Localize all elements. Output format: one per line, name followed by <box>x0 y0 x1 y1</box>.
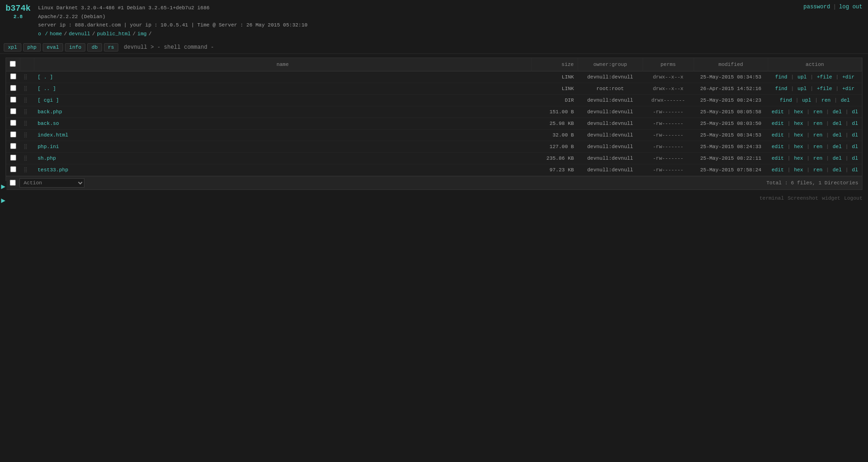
action-del-link[interactable]: del <box>833 144 842 150</box>
action-find-link[interactable]: find <box>775 74 787 80</box>
logout-link[interactable]: log out <box>839 4 862 10</box>
action-hex-link[interactable]: hex <box>794 156 803 161</box>
sort-handle-icon[interactable]: ⣿ <box>24 86 27 91</box>
select-all-checkbox[interactable] <box>10 61 16 67</box>
action-ren-link[interactable]: ren <box>813 121 823 126</box>
action-hex-link[interactable]: hex <box>794 132 803 138</box>
action-dl-link[interactable]: dl <box>852 132 858 138</box>
action-ren-link[interactable]: ren <box>813 109 823 115</box>
path-devnull[interactable]: devnull <box>69 30 90 39</box>
action-hex-link[interactable]: hex <box>794 167 803 173</box>
file-name-link[interactable]: back.so <box>38 121 59 126</box>
action-upl-link[interactable]: upl <box>797 86 807 91</box>
sort-handle-icon[interactable]: ⣿ <box>24 121 27 126</box>
action-upl-link[interactable]: upl <box>802 98 811 103</box>
action-upl-link[interactable]: upl <box>797 74 807 80</box>
file-name-link[interactable]: index.html <box>38 132 68 138</box>
sort-handle-icon[interactable]: ⣿ <box>24 144 27 150</box>
action-ren-link[interactable]: ren <box>822 98 831 103</box>
action-+file-link[interactable]: +file <box>817 74 832 80</box>
nav-eval[interactable]: eval <box>43 43 63 52</box>
file-name-link[interactable]: php.ini <box>38 144 59 150</box>
file-name-link[interactable]: sh.php <box>38 156 56 161</box>
footer-checkbox[interactable] <box>10 180 16 186</box>
path-public-html[interactable]: public_html <box>97 30 131 39</box>
action-del-link[interactable]: del <box>841 98 850 103</box>
file-name-link[interactable]: [ .. ] <box>38 86 56 91</box>
sort-handle-cell: ⣿ <box>20 152 34 164</box>
file-name-link[interactable]: [ cgi ] <box>38 98 59 103</box>
row-checkbox[interactable] <box>10 166 16 172</box>
password-link[interactable]: password <box>804 4 830 10</box>
action-+file-link[interactable]: +file <box>817 86 832 91</box>
row-checkbox-cell <box>6 94 20 106</box>
row-checkbox[interactable] <box>10 108 16 114</box>
bottom-widget[interactable]: widget <box>822 195 841 201</box>
action-ren-link[interactable]: ren <box>813 156 823 161</box>
bottom-logout[interactable]: Logout <box>844 195 862 201</box>
action-edit-link[interactable]: edit <box>772 156 784 161</box>
action-del-link[interactable]: del <box>833 167 842 173</box>
action-del-link[interactable]: del <box>833 156 842 161</box>
action-+dir-link[interactable]: +dir <box>842 74 854 80</box>
action-ren-link[interactable]: ren <box>813 132 823 138</box>
bottom-terminal[interactable]: terminal <box>759 195 784 201</box>
action-dl-link[interactable]: dl <box>852 167 858 173</box>
row-checkbox[interactable] <box>10 73 16 79</box>
server-info: Linux Darknet 3.2.0-4-486 #1 Debian 3.2.… <box>38 4 308 39</box>
file-name-cell: back.so <box>34 117 531 129</box>
side-arrow-top[interactable]: ► <box>0 181 6 193</box>
action-dl-link[interactable]: dl <box>852 144 858 150</box>
row-checkbox[interactable] <box>10 120 16 126</box>
action-del-link[interactable]: del <box>833 132 842 138</box>
sort-handle-icon[interactable]: ⣿ <box>24 156 27 161</box>
row-checkbox[interactable] <box>10 143 16 149</box>
file-name-cell: php.ini <box>34 141 531 152</box>
file-modified-cell: 26-Apr-2015 14:52:16 <box>694 83 768 94</box>
sort-handle-icon[interactable]: ⣿ <box>24 109 27 115</box>
nav-php[interactable]: php <box>23 43 41 52</box>
sort-handle-icon[interactable]: ⣿ <box>24 167 27 173</box>
action-dl-link[interactable]: dl <box>852 121 858 126</box>
action-edit-link[interactable]: edit <box>772 132 784 138</box>
file-name-link[interactable]: [ . ] <box>38 74 53 80</box>
action-hex-link[interactable]: hex <box>794 144 803 150</box>
action-edit-link[interactable]: edit <box>772 121 784 126</box>
row-checkbox[interactable] <box>10 97 16 103</box>
path-home[interactable]: home <box>50 30 62 39</box>
nav-db[interactable]: db <box>87 43 102 52</box>
action-hex-link[interactable]: hex <box>794 121 803 126</box>
bottom-screenshot[interactable]: Screenshot <box>788 195 818 201</box>
action-edit-link[interactable]: edit <box>772 167 784 173</box>
action-ren-link[interactable]: ren <box>813 167 823 173</box>
path-root[interactable]: / <box>45 30 48 39</box>
row-checkbox[interactable] <box>10 85 16 91</box>
nav-xpl[interactable]: xpl <box>4 43 21 52</box>
file-actions-cell: edit | hex | ren | del | dl <box>768 129 862 141</box>
action-dl-link[interactable]: dl <box>852 109 858 115</box>
action-edit-link[interactable]: edit <box>772 109 784 115</box>
sort-handle-icon[interactable]: ⣿ <box>24 132 27 138</box>
row-checkbox-cell <box>6 83 20 94</box>
action-del-link[interactable]: del <box>833 121 842 126</box>
action-edit-link[interactable]: edit <box>772 144 784 150</box>
action-dl-link[interactable]: dl <box>852 156 858 161</box>
action-ren-link[interactable]: ren <box>813 144 823 150</box>
action-find-link[interactable]: find <box>780 98 792 103</box>
sort-handle-icon[interactable]: ⣿ <box>24 98 27 103</box>
sort-handle-icon[interactable]: ⣿ <box>24 74 27 80</box>
row-checkbox[interactable] <box>10 131 16 137</box>
action-select[interactable]: Action Delete Move Copy Chmod <box>19 178 84 188</box>
nav-info[interactable]: info <box>65 43 85 52</box>
action-hex-link[interactable]: hex <box>794 109 803 115</box>
side-arrow-bot[interactable]: ► <box>0 195 6 207</box>
path-img[interactable]: img <box>137 30 147 39</box>
action-+dir-link[interactable]: +dir <box>842 86 854 91</box>
shell-label: devnull > - shell command - <box>124 44 214 51</box>
file-name-link[interactable]: test33.php <box>38 167 68 173</box>
action-find-link[interactable]: find <box>775 86 787 91</box>
nav-rs[interactable]: rs <box>104 43 118 52</box>
action-del-link[interactable]: del <box>833 109 842 115</box>
row-checkbox[interactable] <box>10 155 16 161</box>
file-name-link[interactable]: back.php <box>38 109 62 115</box>
